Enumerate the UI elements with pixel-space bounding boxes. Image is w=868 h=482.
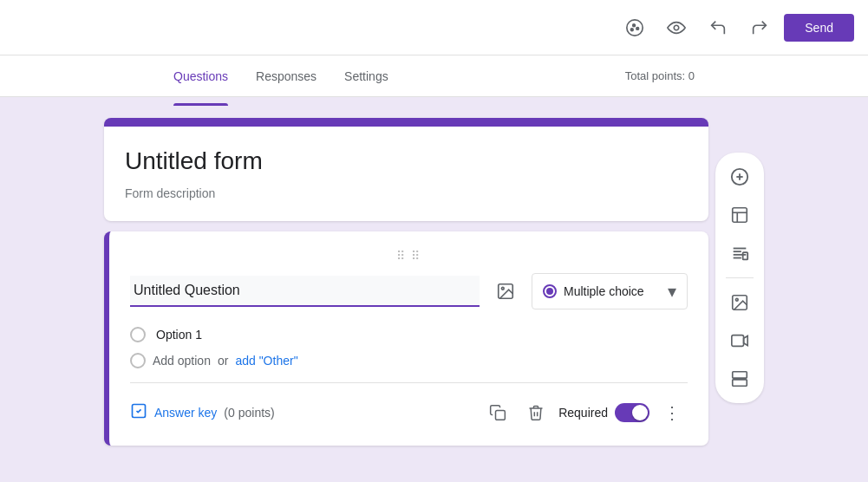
add-option-row: Add option or add "Other" [130,353,688,368]
right-sidebar [715,153,764,403]
add-other-link[interactable]: add "Other" [235,354,297,368]
topbar-right: Send [617,10,854,45]
add-image-sidebar-btn[interactable] [722,285,757,320]
total-points: Total points: 0 [625,69,695,82]
or-text: or [218,354,228,368]
tab-questions[interactable]: Questions [173,66,228,87]
preview-icon-btn[interactable] [659,10,694,45]
redo-icon-btn[interactable] [742,10,777,45]
add-video-sidebar-btn[interactable] [722,323,757,358]
tabs-row: Questions Responses Settings [173,66,388,87]
type-selector-label: Multiple choice [564,284,661,298]
question-card: ⠿ ⠿ Multiple choice ▾ [104,231,708,446]
svg-point-0 [627,19,643,35]
topbar: Send [0,0,868,55]
duplicate-icon-btn[interactable] [482,397,513,428]
card-divider [130,382,688,383]
main-content: Untitled form Form description ⠿ ⠿ [0,97,868,466]
add-option-text[interactable]: Add option [153,354,211,368]
form-title: Untitled form [125,147,688,176]
svg-point-4 [675,25,680,30]
svg-point-2 [633,23,636,26]
tab-responses[interactable]: Responses [256,66,317,87]
option-radio-icon [130,327,146,342]
delete-icon-btn[interactable] [520,397,551,428]
drag-handle-icon: ⠿ ⠿ [130,249,688,263]
svg-rect-24 [733,372,747,378]
option-1-row: Option 1 [130,327,688,342]
svg-point-6 [501,287,504,290]
sidebar-divider [726,277,754,278]
undo-icon-btn[interactable] [701,10,735,45]
tab-settings[interactable]: Settings [344,66,388,87]
question-row: Multiple choice ▾ [130,273,688,309]
import-question-icon-btn[interactable] [722,198,757,232]
answer-key-points: (0 points) [224,406,274,420]
add-option-radio-icon [130,353,146,368]
required-row: Required [558,403,649,422]
more-options-btn[interactable]: ⋮ [656,397,688,428]
add-question-icon-btn[interactable] [722,160,757,194]
question-type-selector[interactable]: Multiple choice ▾ [532,273,688,309]
svg-rect-12 [733,208,747,223]
required-label: Required [558,406,608,420]
svg-marker-23 [744,336,748,346]
svg-rect-25 [733,380,747,386]
svg-point-21 [735,298,738,301]
svg-rect-22 [732,335,744,347]
add-title-icon-btn[interactable] [722,236,757,270]
svg-point-1 [631,28,634,30]
form-description: Form description [125,186,688,200]
form-header-card: Untitled form Form description [104,118,708,221]
footer-actions: Required ⋮ [482,397,688,428]
add-image-icon-btn[interactable] [490,276,521,307]
answer-key-area: Answer key (0 points) [130,402,275,424]
toggle-knob [632,405,648,420]
type-radio-icon [543,284,557,298]
send-button[interactable]: Send [784,14,854,42]
answer-key-checkbox-icon [130,402,147,424]
add-section-sidebar-btn[interactable] [722,362,757,396]
nav-area: Questions Responses Settings Total point… [0,55,868,97]
question-title-input[interactable] [130,276,480,307]
palette-icon-btn[interactable] [617,10,652,45]
required-toggle[interactable] [615,403,649,422]
svg-point-3 [636,27,639,29]
answer-key-button[interactable]: Answer key [154,406,217,420]
form-area: Untitled form Form description ⠿ ⠿ [104,118,708,446]
svg-rect-19 [743,252,748,259]
option-1-label: Option 1 [156,328,202,342]
chevron-down-icon: ▾ [668,281,676,302]
card-footer: Answer key (0 points) [130,390,688,428]
svg-rect-8 [496,411,506,420]
